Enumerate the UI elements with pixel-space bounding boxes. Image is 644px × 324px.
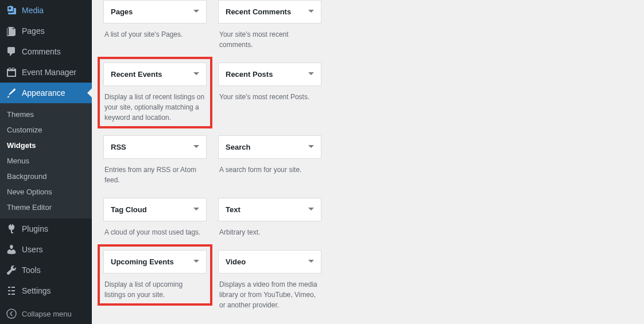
sidebar-item-label: Plugins — [22, 224, 48, 233]
settings-icon — [6, 285, 17, 296]
sidebar-item-label: Event Manager — [22, 68, 76, 77]
sidebar-item-settings[interactable]: Settings — [0, 280, 92, 301]
widget-text: Text Arbitrary text. — [218, 198, 321, 237]
widget-pages: Pages A list of your site's Pages. — [103, 0, 207, 50]
widget-desc: Display a list of upcoming listings on y… — [103, 274, 207, 300]
sidebar-item-plugins[interactable]: Plugins — [0, 218, 92, 239]
svg-point-0 — [7, 309, 16, 318]
widget-title: Search — [226, 143, 250, 151]
widget-recent-posts: Recent Posts Your site's most recent Pos… — [218, 63, 321, 123]
sidebar-item-label: Pages — [22, 26, 45, 36]
sidebar-sub-background[interactable]: Background — [0, 169, 92, 184]
sidebar-sub-customize[interactable]: Customize — [0, 122, 92, 138]
pages-icon — [6, 25, 17, 37]
chevron-down-icon — [193, 205, 199, 214]
sidebar-item-label: Media — [22, 6, 44, 15]
widget-desc: Your site's most recent comments. — [218, 24, 321, 50]
chevron-down-icon — [308, 205, 314, 214]
sidebar-item-appearance[interactable]: Appearance — [0, 83, 92, 103]
widget-header-recent-events[interactable]: Recent Events — [103, 63, 207, 86]
sidebar-item-users[interactable]: Users — [0, 239, 92, 260]
widget-title: Tag Cloud — [111, 205, 147, 214]
plugins-icon — [6, 223, 17, 235]
sidebar-item-label: Comments — [22, 47, 61, 56]
widget-search: Search A search form for your site. — [218, 135, 321, 185]
chevron-down-icon — [193, 143, 199, 151]
sidebar-item-label: Appearance — [22, 88, 65, 97]
chevron-down-icon — [193, 7, 199, 16]
widget-header-search[interactable]: Search — [218, 135, 321, 159]
widget-tag-cloud: Tag Cloud A cloud of your most used tags… — [103, 198, 207, 237]
media-icon — [6, 5, 17, 16]
chevron-down-icon — [308, 70, 314, 79]
chevron-down-icon — [193, 257, 199, 266]
widget-header-video[interactable]: Video — [218, 250, 321, 274]
sidebar-item-media[interactable]: Media — [0, 0, 92, 21]
widget-desc: A search form for your site. — [218, 159, 321, 175]
sidebar-item-pages[interactable]: Pages — [0, 21, 92, 41]
widget-title: RSS — [111, 143, 126, 151]
widget-header-pages[interactable]: Pages — [103, 0, 207, 24]
widget-title: Recent Events — [111, 70, 162, 79]
widget-title: Recent Comments — [226, 7, 291, 16]
widgets-panel: Pages A list of your site's Pages. Recen… — [92, 0, 644, 324]
calendar-icon — [6, 67, 17, 78]
widget-title: Video — [226, 257, 246, 266]
sidebar-sub-neve-options[interactable]: Neve Options — [0, 184, 92, 200]
sidebar-sub-themes[interactable]: Themes — [0, 107, 92, 122]
users-icon — [6, 244, 17, 255]
chevron-down-icon — [308, 257, 314, 266]
sidebar-item-label: Tools — [22, 266, 41, 275]
highlight-upcoming-events: Upcoming Events Display a list of upcomi… — [98, 244, 212, 306]
widget-title: Pages — [111, 7, 133, 16]
sidebar-item-event-manager[interactable]: Event Manager — [0, 62, 92, 83]
widget-title: Recent Posts — [226, 70, 273, 79]
widget-desc: Display a list of recent listings on you… — [103, 86, 207, 123]
appearance-icon — [6, 87, 17, 99]
widget-desc: Displays a video from the media library … — [218, 274, 321, 310]
widget-title: Upcoming Events — [111, 257, 174, 266]
widget-upcoming-events: Upcoming Events Display a list of upcomi… — [103, 250, 207, 300]
sidebar-item-tools[interactable]: Tools — [0, 260, 92, 280]
widget-desc: Arbitrary text. — [218, 221, 321, 237]
sidebar-item-label: Settings — [22, 286, 51, 295]
widget-header-text[interactable]: Text — [218, 198, 321, 221]
widget-desc: Entries from any RSS or Atom feed. — [103, 159, 207, 185]
sidebar-sub-menus[interactable]: Menus — [0, 153, 92, 169]
widget-rss: RSS Entries from any RSS or Atom feed. — [103, 135, 207, 185]
tools-icon — [6, 264, 17, 276]
widget-title: Text — [226, 205, 240, 214]
sidebar-item-label: Users — [22, 245, 43, 254]
comments-icon — [6, 46, 17, 57]
chevron-down-icon — [308, 143, 314, 151]
widget-desc: A list of your site's Pages. — [103, 24, 207, 40]
sidebar-item-comments[interactable]: Comments — [0, 41, 92, 62]
widget-video: Video Displays a video from the media li… — [218, 250, 321, 310]
widget-header-recent-comments[interactable]: Recent Comments — [218, 0, 321, 24]
widget-header-tag-cloud[interactable]: Tag Cloud — [103, 198, 207, 221]
widget-desc: Your site's most recent Posts. — [218, 86, 321, 102]
widget-recent-events: Recent Events Display a list of recent l… — [103, 63, 207, 123]
widget-desc: A cloud of your most used tags. — [103, 221, 207, 237]
widget-header-upcoming-events[interactable]: Upcoming Events — [103, 250, 207, 274]
collapse-icon — [6, 308, 17, 319]
sidebar-sub-widgets[interactable]: Widgets — [0, 138, 92, 153]
highlight-recent-events: Recent Events Display a list of recent l… — [98, 57, 212, 128]
widget-header-rss[interactable]: RSS — [103, 135, 207, 159]
chevron-down-icon — [308, 7, 314, 16]
sidebar-collapse-label: Collapse menu — [22, 310, 72, 318]
chevron-down-icon — [193, 70, 199, 79]
sidebar-sub-theme-editor[interactable]: Theme Editor — [0, 200, 92, 215]
widget-header-recent-posts[interactable]: Recent Posts — [218, 63, 321, 86]
sidebar-submenu-appearance: Themes Customize Widgets Menus Backgroun… — [0, 103, 92, 218]
sidebar-collapse[interactable]: Collapse menu — [0, 303, 92, 324]
widget-recent-comments: Recent Comments Your site's most recent … — [218, 0, 321, 50]
admin-sidebar: Media Pages Comments Event Manager Appea… — [0, 0, 92, 324]
